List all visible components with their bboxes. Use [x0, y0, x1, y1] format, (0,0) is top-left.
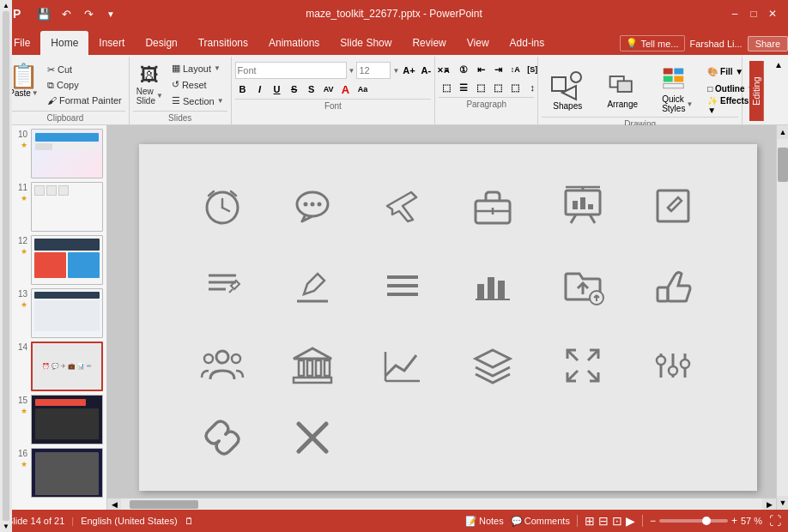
tell-me-box[interactable]: 💡 Tell me... [620, 35, 684, 51]
font-case-button[interactable]: Aa [355, 82, 371, 97]
section-button[interactable]: ☰ Section ▼ [168, 94, 227, 108]
align-center-button[interactable]: ☰ [456, 80, 471, 95]
icon-layers-stack [465, 338, 520, 393]
close-button[interactable]: ✕ [764, 5, 781, 22]
strikethrough-button[interactable]: S [287, 82, 302, 97]
scroll-track-thumb[interactable] [3, 125, 9, 510]
char-spacing-button[interactable]: AV [321, 82, 336, 97]
bold-button[interactable]: B [235, 82, 251, 97]
columns-button[interactable]: ⬚ [507, 80, 523, 95]
slide-thumb-15[interactable]: 15 ★ [14, 395, 103, 444]
reset-button[interactable]: ↺ Reset [168, 77, 227, 92]
slide-canvas[interactable] [139, 144, 757, 491]
font-family-input[interactable] [235, 62, 347, 79]
quickaccess-save[interactable]: 💾 [34, 4, 53, 23]
shapes-button[interactable]: Shapes [542, 63, 593, 114]
slide-img-10[interactable] [31, 129, 103, 178]
align-right-button[interactable]: ⬚ [473, 80, 488, 95]
reading-view-button[interactable]: ⊡ [612, 514, 622, 528]
slide-img-16[interactable] [31, 448, 103, 498]
cut-button[interactable]: ✂ Cut [44, 63, 125, 77]
language-indicator[interactable]: English (United States) [81, 516, 178, 526]
quickaccess-redo[interactable]: ↷ [79, 4, 98, 23]
normal-view-button[interactable]: ⊞ [585, 514, 595, 528]
scroll-thumb-horiz[interactable] [130, 500, 198, 509]
scroll-thumb-canvas[interactable] [778, 148, 788, 182]
notes-button[interactable]: 📝 Notes [465, 516, 504, 527]
tab-addins[interactable]: Add-ins [500, 31, 555, 55]
slide-img-11[interactable] [31, 182, 103, 232]
copy-button[interactable]: ⧉ Copy [44, 78, 125, 93]
tab-view[interactable]: View [457, 31, 500, 55]
svg-point-20 [318, 202, 322, 206]
comments-button[interactable]: 💬 Comments [511, 516, 570, 527]
font-color-button[interactable]: A [338, 82, 354, 97]
bullet-list-button[interactable]: ≡ [439, 62, 454, 77]
slide-thumb-12[interactable]: 12 ★ [14, 235, 103, 285]
font-family-dd[interactable]: ▼ [349, 67, 355, 75]
share-button[interactable]: Share [748, 36, 788, 51]
slide-img-13[interactable] [31, 288, 103, 338]
decrease-font-button[interactable]: A- [418, 63, 433, 78]
editing-button[interactable]: Editing [749, 61, 764, 121]
align-left-button[interactable]: ⬚ [439, 80, 454, 95]
slide-thumb-10[interactable]: 10 ★ [14, 129, 103, 178]
decrease-indent-button[interactable]: ⇤ [473, 62, 488, 77]
scroll-down-canvas[interactable]: ▼ [777, 496, 788, 510]
increase-font-button[interactable]: A+ [401, 63, 416, 78]
clipboard-label: Clipboard [5, 111, 125, 123]
fit-to-window-button[interactable]: ⛶ [769, 514, 781, 528]
zoom-out-button[interactable]: − [650, 515, 656, 527]
slide-thumb-14[interactable]: 14 ⏰💬✈ 💼📊✏ [14, 342, 103, 391]
arrange-button[interactable]: Arrange [597, 65, 648, 112]
zoom-slider[interactable] [659, 519, 728, 523]
font-size-input[interactable] [356, 62, 391, 79]
slide-sorter-button[interactable]: ⊟ [598, 514, 609, 528]
tab-home[interactable]: Home [40, 31, 88, 55]
scroll-track-horiz[interactable] [121, 499, 762, 510]
slide-img-12[interactable] [31, 235, 103, 285]
text-direction-button[interactable]: ↕A [507, 62, 523, 77]
svg-rect-60 [294, 378, 331, 383]
tab-animations[interactable]: Animations [258, 31, 330, 55]
format-painter-button[interactable]: 🖌 Format Painter [44, 94, 125, 107]
svg-line-65 [588, 350, 598, 360]
tab-review[interactable]: Review [402, 31, 456, 55]
minimize-button[interactable]: – [726, 5, 743, 22]
user-name[interactable]: Farshad Li... [690, 39, 743, 49]
slideshow-view-button[interactable]: ▶ [626, 514, 635, 528]
slide-thumb-11[interactable]: 11 ★ [14, 182, 103, 232]
quick-styles-button[interactable]: QuickStyles ▼ [652, 60, 703, 117]
number-list-button[interactable]: ① [456, 62, 471, 77]
new-slide-label: NewSlide ▼ [136, 87, 163, 106]
italic-button[interactable]: I [252, 82, 268, 97]
underline-button[interactable]: U [270, 82, 285, 97]
quickaccess-undo[interactable]: ↶ [57, 4, 76, 23]
increase-indent-button[interactable]: ⇥ [490, 62, 506, 77]
canvas-area[interactable]: ▲ ▼ ◀ ▶ [107, 125, 788, 510]
zoom-level[interactable]: 57 % [741, 516, 762, 526]
layout-button[interactable]: ▦ Layout ▼ [168, 61, 227, 76]
maximize-button[interactable]: □ [745, 5, 762, 22]
tab-slideshow[interactable]: Slide Show [330, 31, 402, 55]
slide-img-14[interactable]: ⏰💬✈ 💼📊✏ [31, 342, 103, 391]
scroll-up-canvas[interactable]: ▲ [777, 125, 788, 139]
font-size-dd[interactable]: ▼ [392, 67, 399, 75]
svg-rect-59 [324, 360, 330, 376]
tab-transitions[interactable]: Transitions [188, 31, 258, 55]
new-slide-button[interactable]: 🖼 NewSlide ▼ [133, 63, 167, 107]
shadow-button[interactable]: S [304, 82, 319, 97]
scroll-right-canvas[interactable]: ▶ [762, 499, 776, 510]
tab-insert[interactable]: Insert [88, 31, 135, 55]
slide-img-15[interactable] [31, 395, 103, 444]
scroll-track-canvas[interactable] [777, 139, 788, 496]
slide-thumb-13[interactable]: 13 ★ [14, 288, 103, 338]
slide-thumb-16[interactable]: 16 ★ [14, 448, 103, 498]
tab-design[interactable]: Design [135, 31, 187, 55]
quickaccess-more[interactable]: ▼ [101, 4, 120, 23]
justify-button[interactable]: ⬚ [490, 80, 506, 95]
scroll-left-canvas[interactable]: ◀ [107, 499, 121, 510]
zoom-in-button[interactable]: + [731, 515, 737, 527]
font-group: ▼ ▼ A+ A- ✕A B I U S S AV A Aa Font [232, 57, 436, 124]
ribbon-collapse-button[interactable]: ▲ [773, 58, 785, 71]
